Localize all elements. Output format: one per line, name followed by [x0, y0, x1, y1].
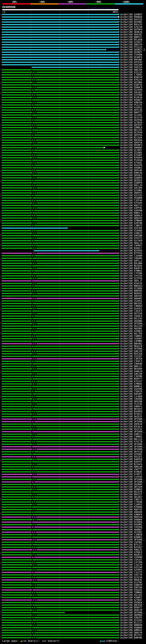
subject-label[interactable]: UniRef100_Q8AAB2 [120, 297, 142, 300]
subject-label[interactable]: UniRef100_Q060Y5 [120, 192, 142, 194]
alignment-row[interactable]: UniRef100_B5W3Y0 [0, 76, 146, 78]
alignment-row[interactable]: UniRef100_A2C4U9 [0, 240, 146, 242]
subject-label[interactable]: UniRef100_UPI000.. [120, 538, 145, 541]
alignment-row[interactable]: UniRef100_Q3KJ99 [0, 372, 146, 375]
alignment-row[interactable]: UniRef100_A4CSR9 [0, 187, 146, 189]
alignment-row[interactable]: UniRef100_UPI000.. [0, 478, 146, 481]
alignment-row[interactable]: UniRef100_A4SB63 [0, 166, 146, 169]
alignment-row[interactable]: UniRef100_B2IAC6 [0, 463, 146, 466]
alignment-row[interactable]: UniRef100_B0JJU1 [0, 129, 146, 131]
subject-label[interactable]: UniRef100_UPI000.. [120, 348, 145, 350]
subject-label[interactable]: UniRef100_A7NKH3 [120, 270, 142, 272]
alignment-row[interactable]: UniRef100_P55038 [0, 159, 146, 162]
subject-label[interactable]: UniRef100_A7AFF1 [120, 473, 142, 476]
subject-label[interactable]: UniRef100_A2BT88 [120, 222, 142, 224]
subject-label[interactable]: UniRef100_UPI000.. [120, 448, 145, 450]
alignment-row[interactable]: UniRef100_B1J2J7 [0, 622, 146, 624]
alignment-row[interactable]: UniRef100_UPI000.. [0, 446, 146, 448]
subject-label[interactable]: UniRef100_A9BIZ5 [120, 548, 142, 551]
subject-label[interactable]: UniRef100_A8JHB4 [120, 81, 142, 84]
alignment-row[interactable]: UniRef100_A3UWS7 [0, 596, 146, 599]
subject-label[interactable]: UniRef100_B9SLP5 [120, 23, 142, 26]
alignment-row[interactable]: UniRef100_Q9PA10 [0, 423, 146, 425]
subject-label[interactable]: UniRef100_A5L5U2 [120, 594, 142, 596]
alignment-row[interactable]: UniRef100_Q2IRE6 [0, 521, 146, 524]
alignment-row[interactable]: UniRef100_B4EXM7 [0, 393, 146, 395]
subject-label[interactable]: UniRef100_Q1IGA5 [120, 619, 142, 622]
alignment-row[interactable]: UniRef100_B6YQV3 [0, 408, 146, 410]
subject-label[interactable]: UniRef100_Q7UZY3 [120, 237, 142, 240]
alignment-row[interactable]: UniRef100_C1G1T5 [0, 571, 146, 574]
alignment-row[interactable]: UniRef100_Q2P965 [0, 453, 146, 456]
subject-label[interactable]: UniRef100_A5Z981 [120, 531, 142, 534]
alignment-row[interactable]: UniRef100_A7M0X5 [0, 383, 146, 385]
alignment-row[interactable]: UniRef100_Q9ZNZ7-2 [0, 48, 146, 51]
alignment-row[interactable]: UniRef100_Q8DJ60 [0, 68, 146, 71]
alignment-row[interactable]: UniRef100_C7PIN9 [0, 272, 146, 274]
subject-label[interactable]: UniRef100_C3QYM0 [120, 375, 142, 378]
subject-label[interactable]: UniRef100_Q3AMT0 [120, 182, 142, 184]
subject-label[interactable]: UniRef100_A8UYS5 [120, 508, 142, 511]
alignment-row[interactable]: UniRef100_Q85G46 [0, 169, 146, 172]
subject-label[interactable]: UniRef100_UPI000.. [120, 478, 145, 481]
alignment-row[interactable]: UniRef100_B9SLP5 [0, 23, 146, 26]
subject-label[interactable]: UniRef100_Q43155 [120, 18, 142, 21]
subject-label[interactable]: UniRef100_Q01ZX9 [120, 325, 142, 327]
alignment-row[interactable]: UniRef100_A6L7E6 [0, 332, 146, 335]
alignment-row[interactable]: UniRef100_B4UEF4 [0, 267, 146, 270]
alignment-row[interactable]: UniRef100_B8KUU3 [0, 285, 146, 287]
alignment-row[interactable]: UniRef100_Q31PU9 [0, 89, 146, 91]
alignment-row[interactable]: UniRef100_A5WAA9 [0, 626, 146, 629]
alignment-row[interactable]: UniRef100_B0A991 [0, 292, 146, 295]
alignment-row[interactable]: UniRef100_A3XNG3 [0, 330, 146, 332]
subject-label[interactable]: UniRef100_B2V9V9 [120, 250, 142, 252]
subject-label[interactable]: UniRef100_A2V657 [120, 41, 142, 44]
subject-label[interactable]: UniRef100_A6D3M2 [120, 327, 142, 330]
alignment-row[interactable]: UniRef100_A0Z8J5 [0, 415, 146, 418]
alignment-row[interactable]: UniRef100_A2BT88 [0, 222, 146, 224]
alignment-row[interactable]: UniRef100_Q2IP58 [0, 277, 146, 280]
subject-label[interactable]: UniRef100_UPI000.. [120, 611, 145, 614]
subject-label[interactable]: UniRef100_B8JDX6 [120, 264, 142, 267]
subject-label[interactable]: UniRef100_A6E8N9 [120, 320, 142, 322]
alignment-row[interactable]: UniRef100_B6VU60 [0, 368, 146, 370]
alignment-row[interactable]: UniRef100_Q51579 [0, 116, 146, 119]
subject-label[interactable]: UniRef100_B9JA76 [120, 491, 142, 493]
alignment-row[interactable]: UniRef100_A7H8L9 [0, 551, 146, 554]
subject-label[interactable]: UniRef100_B7VJ27 [120, 544, 142, 546]
subject-label[interactable]: UniRef100_A7V2X7 [120, 380, 142, 383]
subject-label[interactable]: UniRef100_C3KBH1 [120, 436, 142, 438]
subject-label[interactable]: UniRef100_A3Z8S2 [120, 106, 142, 109]
alignment-row[interactable]: UniRef100_C4FM37 [0, 244, 146, 247]
alignment-row[interactable]: UniRef100_UPI000.. [0, 481, 146, 483]
alignment-row[interactable]: UniRef100_C6MKW3 [0, 591, 146, 594]
subject-label[interactable]: UniRef100_C0S776 [120, 574, 142, 576]
alignment-row[interactable]: UniRef100_A2BYN8 [0, 209, 146, 212]
alignment-row[interactable]: UniRef100_C1HB58 [0, 534, 146, 536]
subject-label[interactable]: UniRef100_Q4KJI6 [120, 350, 142, 352]
subject-label[interactable]: UniRef100_A3PF02 [120, 207, 142, 209]
alignment-row[interactable]: UniRef100_Q3R7Q6 [0, 586, 146, 589]
subject-label[interactable]: UniRef100_A9FLL2 [120, 260, 142, 262]
alignment-row[interactable]: UniRef100_A9BCK4 [0, 101, 146, 104]
subject-label[interactable]: UniRef100_Q46IW0 [120, 234, 142, 237]
alignment-row[interactable]: UniRef100_Q8AAB2 [0, 297, 146, 300]
alignment-row[interactable]: UniRef100_B3QVL7 [0, 247, 146, 250]
subject-label[interactable]: UniRef100_A5UXJ6 [120, 282, 142, 285]
alignment-row[interactable]: UniRef100_C6XXR7 [0, 338, 146, 340]
subject-label[interactable]: UniRef100_A0ZFB4 [120, 119, 142, 121]
alignment-row[interactable]: UniRef100_A0ZFB4 [0, 119, 146, 121]
subject-label[interactable]: UniRef100_B0A991 [120, 292, 142, 295]
subject-label[interactable]: UniRef100_C6J536 [120, 403, 142, 405]
subject-label[interactable]: UniRef100_C4FMM3 [120, 340, 142, 342]
alignment-row[interactable]: UniRef100_C5PLK7 [0, 558, 146, 561]
alignment-row[interactable]: UniRef100_Q4C8E2 [0, 91, 146, 94]
alignment-row[interactable]: UniRef100_B3EFK7 [0, 460, 146, 463]
alignment-row[interactable]: UniRef100_Q88CV4 [0, 632, 146, 634]
alignment-row[interactable]: UniRef100_B6QIC8 [0, 345, 146, 348]
subject-label[interactable]: UniRef100_B7K8F0 [120, 156, 142, 159]
subject-label[interactable]: UniRef100_A6L8U7 [120, 496, 142, 498]
subject-label[interactable]: UniRef100_A7QJI8 [120, 26, 142, 28]
subject-label[interactable]: UniRef100_B5LAU8 [120, 38, 142, 41]
subject-label[interactable]: UniRef100_O49154 [120, 66, 142, 68]
